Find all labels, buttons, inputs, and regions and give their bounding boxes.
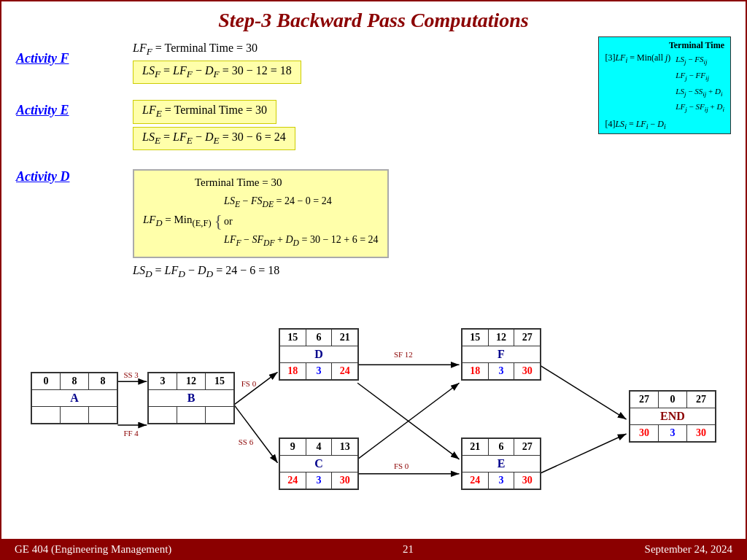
activity-d-label: Activity D [16, 169, 133, 184]
node-END-bot-0: 30 [630, 425, 659, 441]
footer-center: 21 [403, 543, 414, 556]
node-C-mid: C [280, 456, 357, 472]
arrows-svg: SS 3 FF 4 FS 0 SS 6 SF 12 [16, 317, 731, 540]
node-E: 21 6 27 E 24 3 30 [461, 438, 541, 490]
node-C-bot-0: 24 [280, 472, 306, 489]
node-E-top-0: 21 [462, 439, 489, 455]
node-A-bot-1 [61, 407, 89, 423]
node-B-bot-0 [149, 407, 177, 423]
activity-e-label: Activity E [16, 103, 133, 118]
node-D-bot-0: 18 [280, 363, 306, 379]
formula-d-box: Terminal Time = 30 LFD = Min(E,F) { LSE … [133, 169, 389, 258]
node-F-mid: F [462, 346, 540, 363]
node-END: 27 0 27 END 30 3 30 [629, 390, 716, 443]
activity-f-label: Activity F [16, 51, 133, 66]
footer-left: GE 404 (Engineering Management) [15, 543, 171, 556]
network-section: SS 3 FF 4 FS 0 SS 6 SF 12 [16, 317, 731, 540]
page-title: Step-3 Backward Pass Computations [1, 1, 746, 36]
node-END-bot-1: 3 [659, 425, 687, 441]
node-D-top-2: 21 [332, 330, 357, 346]
svg-line-16 [539, 434, 627, 474]
formula-e-line2: LSE = LFE − DE = 30 − 6 = 24 [133, 127, 295, 150]
svg-line-14 [357, 383, 459, 459]
formula-block-d: Terminal Time = 30 LFD = Min(E,F) { LSE … [133, 169, 731, 281]
node-D-bot-2: 24 [332, 363, 357, 379]
svg-text:FS 0: FS 0 [394, 462, 409, 470]
node-B-mid: B [149, 390, 233, 407]
formula-d-brace-content: LSE − FSDE = 24 − 0 = 24 or LFF − SFDF +… [224, 192, 379, 251]
svg-line-15 [539, 365, 627, 419]
svg-line-7 [234, 405, 278, 463]
node-F-bot-1: 3 [489, 363, 515, 379]
svg-text:FF 4: FF 4 [123, 429, 139, 438]
node-F-top-1: 12 [489, 330, 515, 346]
terminal-box: Terminal Time [3]LFi = Min(all j) LSj − … [598, 36, 731, 134]
node-A-bot-2 [89, 407, 117, 423]
node-A: 0 8 8 A [31, 372, 118, 424]
svg-line-11 [357, 383, 459, 459]
footer-right: September 24, 2024 [645, 543, 732, 556]
svg-text:SS 3: SS 3 [123, 370, 139, 379]
node-C-bot-1: 3 [306, 472, 333, 489]
node-END-top-2: 27 [687, 392, 715, 408]
node-D-bot-1: 3 [306, 363, 333, 379]
footer: GE 404 (Engineering Management) 21 Septe… [0, 539, 747, 560]
node-END-mid: END [630, 408, 715, 425]
node-B-top-2: 15 [206, 373, 233, 389]
node-C-top-0: 9 [280, 439, 306, 455]
node-F-top-2: 27 [514, 330, 540, 346]
node-A-top-0: 0 [32, 373, 61, 389]
node-END-top-0: 27 [630, 392, 659, 408]
node-D-top-1: 6 [306, 330, 333, 346]
svg-text:SF 12: SF 12 [394, 350, 413, 359]
content-area: Activity F Activity E Activity D LFF = T… [1, 36, 746, 540]
node-D-mid: D [280, 346, 357, 363]
node-F-bot-0: 18 [462, 363, 489, 379]
node-D-top-0: 15 [280, 330, 306, 346]
node-A-mid: A [32, 390, 117, 407]
formula-f-line2: LSF = LFF − DF = 30 − 12 = 18 [133, 61, 301, 84]
node-A-top-2: 8 [89, 373, 117, 389]
node-E-top-1: 6 [489, 439, 515, 455]
node-F-bot-2: 30 [514, 363, 540, 379]
node-B-top-1: 12 [177, 373, 206, 389]
formula-d-lf: LFD = Min(E,F) { LSE − FSDE = 24 − 0 = 2… [143, 192, 379, 251]
terminal-box-formula4: [4]LSi = LFi − Di [605, 119, 724, 131]
terminal-box-formula3: [3]LFi = Min(all j) LSj − FSij LFj − FFi… [605, 52, 724, 116]
node-END-top-1: 0 [659, 392, 687, 408]
node-A-top-1: 8 [61, 373, 89, 389]
svg-line-5 [234, 372, 278, 405]
node-E-bot-0: 24 [462, 472, 489, 489]
svg-text:FS 0: FS 0 [241, 379, 257, 388]
node-C-top-1: 4 [306, 439, 333, 455]
node-B: 3 12 15 B [147, 372, 235, 424]
formula-e-line1: LFE = Terminal Time = 30 [133, 100, 276, 123]
node-C-bot-2: 30 [332, 472, 357, 489]
node-F-top-0: 15 [462, 330, 489, 346]
node-E-bot-2: 30 [514, 472, 540, 489]
activity-labels: Activity F Activity E Activity D [16, 36, 133, 314]
formula-d-ls: LSD = LFD − DD = 24 − 6 = 18 [133, 264, 731, 280]
node-D: 15 6 21 D 18 3 24 [279, 328, 359, 381]
node-END-bot-2: 30 [687, 425, 715, 441]
node-E-top-2: 27 [514, 439, 540, 455]
terminal-box-title: Terminal Time [605, 40, 724, 51]
node-B-bot-2 [206, 407, 233, 423]
formula-d-terminal: Terminal Time = 30 [143, 176, 379, 189]
node-B-bot-1 [177, 407, 206, 423]
formulas-section: Activity F Activity E Activity D LFF = T… [16, 36, 731, 314]
node-B-top-0: 3 [149, 373, 177, 389]
node-E-bot-1: 3 [489, 472, 515, 489]
node-E-mid: E [462, 456, 540, 472]
node-A-bot-0 [32, 407, 61, 423]
node-F: 15 12 27 F 18 3 30 [461, 328, 541, 381]
svg-text:SS 6: SS 6 [239, 438, 254, 446]
node-C: 9 4 13 C 24 3 30 [279, 438, 359, 490]
node-C-top-2: 13 [332, 439, 357, 455]
